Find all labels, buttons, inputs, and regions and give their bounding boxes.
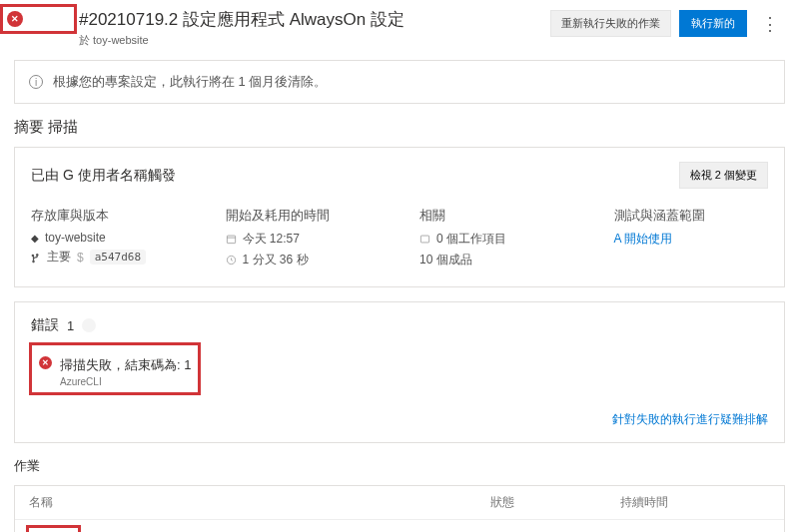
jobs-row[interactable]: 作業 失敗 1 分又 30 秒 xyxy=(15,520,784,532)
clock-icon xyxy=(226,255,237,266)
retention-banner: i 根據您的專案設定，此執行將在 1 個月後清除。 xyxy=(14,60,785,104)
trigger-text: 已由 G 使用者名稱觸發 xyxy=(31,167,176,185)
commit-hash[interactable]: a547d68 xyxy=(90,250,146,265)
header-actions: 重新執行失敗的作業 執行新的 ⋮ xyxy=(550,10,785,37)
error-source: AzureCLI xyxy=(60,376,191,387)
jobs-card: 名稱 狀態 持續時間 作業 失敗 1 分又 30 秒 xyxy=(14,485,785,532)
page-header: #20210719.2 設定應用程式 AlwaysOn 設定 於 toy-web… xyxy=(0,0,799,54)
highlight-status xyxy=(4,8,73,30)
jobs-title: 作業 xyxy=(0,457,799,485)
get-started-link[interactable]: A 開始使用 xyxy=(614,231,673,248)
error-icon xyxy=(7,11,23,27)
page-subtitle: 於 toy-website xyxy=(79,33,550,48)
branch-icon xyxy=(31,253,41,263)
error-icon xyxy=(39,356,52,369)
highlight-error-item: 掃描失敗，結束碼為: 1 AzureCLI xyxy=(31,344,199,393)
errors-label: 錯誤 xyxy=(31,316,59,334)
calendar-icon xyxy=(226,234,237,245)
section-title: 摘要 掃描 xyxy=(0,118,799,147)
jobs-header-row: 名稱 狀態 持續時間 xyxy=(15,486,784,520)
errors-card: 錯誤 1 掃描失敗，結束碼為: 1 AzureCLI 針對失敗的執行進行疑難排解 xyxy=(14,301,785,443)
banner-text: 根據您的專案設定，此執行將在 1 個月後清除。 xyxy=(53,73,327,91)
rerun-failed-button[interactable]: 重新執行失敗的作業 xyxy=(550,10,671,37)
workitem-icon xyxy=(419,234,430,245)
repo-icon xyxy=(31,231,39,245)
repo-column: 存放庫與版本 toy-website 主要 $ a547d68 xyxy=(31,207,186,272)
view-changes-button[interactable]: 檢視 2 個變更 xyxy=(679,162,768,189)
error-count-badge xyxy=(82,318,96,332)
more-menu-icon[interactable]: ⋮ xyxy=(755,15,785,33)
page-title: #20210719.2 設定應用程式 AlwaysOn 設定 xyxy=(79,8,550,31)
info-icon: i xyxy=(29,75,43,89)
related-column: 相關 0 個工作項目 10 個成品 xyxy=(419,207,574,272)
run-new-button[interactable]: 執行新的 xyxy=(679,10,747,37)
tests-column: 測試與涵蓋範圍 A 開始使用 xyxy=(614,207,769,272)
troubleshoot-link[interactable]: 針對失敗的執行進行疑難排解 xyxy=(612,412,768,426)
svg-rect-3 xyxy=(420,236,428,243)
summary-card: 已由 G 使用者名稱觸發 檢視 2 個變更 存放庫與版本 toy-website… xyxy=(14,147,785,287)
time-column: 開始及耗用的時間 今天 12:57 1 分又 36 秒 xyxy=(226,207,381,272)
highlight-job: 作業 xyxy=(29,528,78,532)
title-block: #20210719.2 設定應用程式 AlwaysOn 設定 於 toy-web… xyxy=(79,8,550,48)
svg-rect-0 xyxy=(227,236,235,244)
error-message[interactable]: 掃描失敗，結束碼為: 1 xyxy=(60,356,191,374)
